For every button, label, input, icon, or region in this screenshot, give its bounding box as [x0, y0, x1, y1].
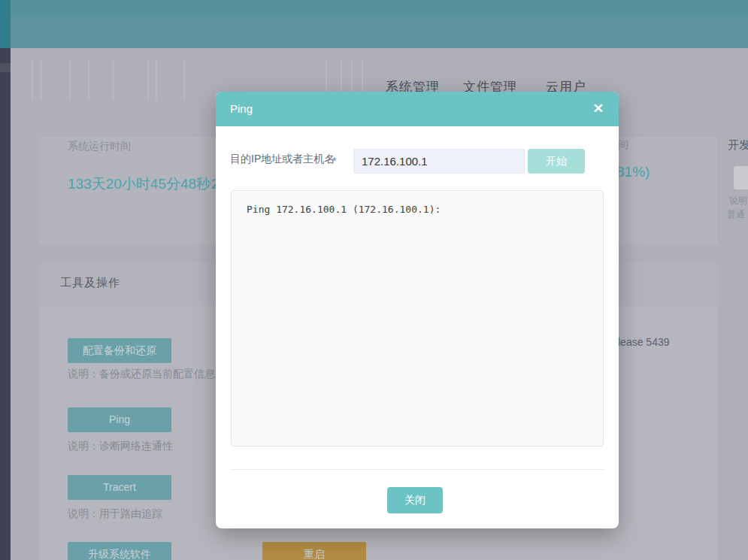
memory-usage-fragment: 81%): [616, 164, 650, 180]
sidebar-top-accent: [0, 0, 11, 48]
close-icon[interactable]: ✕: [593, 101, 604, 117]
ping-button[interactable]: Ping: [68, 407, 171, 432]
dev-note-1: 说明: [729, 195, 747, 207]
tools-card-title: 工具及操作: [60, 276, 120, 290]
ping-dialog-header: Ping ✕: [216, 92, 619, 126]
restart-button[interactable]: 重启: [262, 542, 366, 560]
tracert-button[interactable]: Tracert: [68, 475, 171, 500]
ping-output-box[interactable]: Ping 172.16.100.1 (172.16.100.1):: [231, 190, 604, 446]
sidebar-active-marker: [0, 63, 11, 72]
dev-note-2: 普通: [727, 208, 745, 221]
ping-dialog: Ping ✕ 目的IP地址或者主机名 * 开始 Ping 172.16.100.…: [216, 92, 619, 528]
top-nav: 系统管理 文件管理 云用户: [0, 78, 748, 93]
destination-ip-label: 目的IP地址或者主机名: [230, 153, 335, 166]
backup-restore-button[interactable]: 配置备份和还原: [68, 338, 171, 363]
top-header-bar-lower: [0, 16, 748, 48]
start-button[interactable]: 开始: [528, 149, 585, 174]
right-label-fragment: 间: [618, 138, 628, 152]
ping-output-text: Ping 172.16.100.1 (172.16.100.1):: [247, 204, 588, 215]
backup-restore-desc: 说明：备份或还原当前配置信息: [68, 368, 215, 381]
close-button[interactable]: 关闭: [387, 487, 443, 513]
destination-ip-input[interactable]: [353, 149, 525, 174]
sidebar-rail: [0, 48, 11, 560]
release-version-fragment: lease 5439: [618, 336, 670, 348]
uptime-label: 系统运行时间: [68, 140, 131, 153]
tracert-desc: 说明：用于路由追踪: [68, 507, 162, 521]
developer-mode-toggle[interactable]: [734, 166, 748, 189]
required-asterisk: *: [332, 155, 336, 167]
ping-dialog-title: Ping: [230, 102, 253, 115]
developer-mode-label: 开发: [728, 138, 748, 153]
uptime-value: 133天20小时45分48秒: [68, 174, 210, 194]
upgrade-software-button[interactable]: 升级系统软件: [68, 542, 171, 560]
footer-divider: [231, 469, 604, 470]
top-header-bar: [0, 0, 748, 16]
ping-desc: 说明：诊断网络连通性: [68, 440, 173, 453]
